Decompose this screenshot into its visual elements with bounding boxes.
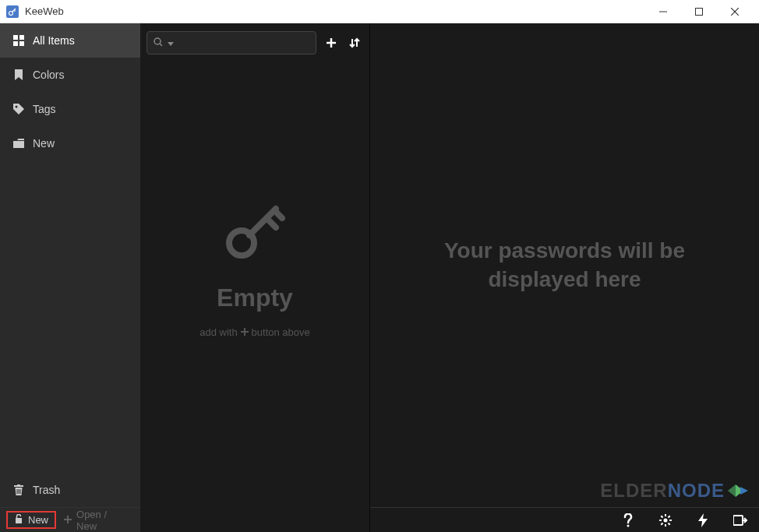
list-pane: Empty add with button above bbox=[140, 23, 370, 532]
window-title: KeeWeb bbox=[25, 5, 645, 17]
footer-bar-left: New Open / New bbox=[0, 507, 140, 532]
footer-tab-new[interactable]: New bbox=[6, 511, 56, 529]
add-entry-button[interactable] bbox=[323, 33, 340, 52]
svg-line-2 bbox=[14, 10, 16, 12]
svg-point-33 bbox=[664, 518, 668, 522]
sidebar-item-trash[interactable]: Trash bbox=[0, 473, 140, 507]
search-input-wrap[interactable] bbox=[147, 31, 316, 55]
sidebar-item-label: Trash bbox=[33, 484, 60, 496]
window-controls bbox=[645, 0, 753, 23]
footer-bar-right bbox=[370, 507, 759, 532]
footer-tab-label: New bbox=[28, 514, 48, 526]
key-icon bbox=[220, 195, 290, 268]
svg-rect-8 bbox=[19, 35, 24, 40]
plus-icon bbox=[64, 514, 72, 526]
search-input[interactable] bbox=[178, 35, 309, 51]
detail-pane: Your passwords will be displayed here EL… bbox=[370, 23, 759, 532]
lock-open-icon bbox=[14, 514, 23, 526]
svg-rect-17 bbox=[16, 518, 22, 523]
svg-rect-13 bbox=[17, 484, 20, 485]
maximize-button[interactable] bbox=[681, 0, 717, 23]
close-button[interactable] bbox=[717, 0, 753, 23]
svg-rect-12 bbox=[14, 485, 23, 487]
watermark-logo-icon bbox=[726, 479, 750, 502]
sidebar-item-colors[interactable]: Colors bbox=[0, 58, 140, 92]
search-bar bbox=[140, 23, 369, 62]
detail-empty-state: Your passwords will be displayed here bbox=[370, 23, 759, 507]
svg-line-21 bbox=[160, 44, 162, 46]
svg-line-41 bbox=[669, 516, 670, 517]
detail-message: Your passwords will be displayed here bbox=[394, 237, 736, 294]
chevron-down-icon[interactable] bbox=[168, 36, 174, 50]
settings-button[interactable] bbox=[656, 511, 675, 530]
trash-icon bbox=[12, 484, 25, 496]
svg-point-11 bbox=[16, 106, 18, 108]
generate-button[interactable] bbox=[694, 511, 712, 530]
help-button[interactable] bbox=[619, 511, 637, 530]
svg-line-28 bbox=[267, 218, 276, 227]
svg-line-39 bbox=[669, 523, 670, 524]
sort-button[interactable] bbox=[346, 33, 363, 52]
svg-rect-4 bbox=[696, 8, 703, 15]
tag-icon bbox=[12, 103, 25, 115]
svg-line-38 bbox=[661, 516, 662, 517]
footer-tab-label: Open / New bbox=[76, 509, 126, 532]
svg-rect-9 bbox=[13, 41, 18, 46]
empty-list-state: Empty add with button above bbox=[140, 62, 369, 532]
titlebar: KeeWeb bbox=[0, 0, 759, 23]
svg-line-40 bbox=[661, 523, 662, 524]
bookmark-icon bbox=[12, 69, 25, 81]
lock-button[interactable] bbox=[731, 511, 750, 530]
watermark: ELDERNODE bbox=[600, 479, 750, 502]
sidebar: All Items Colors Tags bbox=[0, 23, 140, 507]
sidebar-item-tags[interactable]: Tags bbox=[0, 92, 140, 126]
svg-line-29 bbox=[274, 210, 282, 218]
search-icon bbox=[154, 36, 163, 50]
footer-tab-open-new[interactable]: Open / New bbox=[56, 506, 134, 533]
sidebar-item-new[interactable]: New bbox=[0, 126, 140, 160]
plus-icon bbox=[241, 326, 249, 338]
svg-point-20 bbox=[154, 38, 161, 44]
folder-icon bbox=[12, 137, 25, 150]
sidebar-item-label: Tags bbox=[33, 103, 56, 115]
sidebar-item-label: Colors bbox=[33, 69, 64, 81]
svg-rect-7 bbox=[13, 35, 18, 40]
sidebar-item-label: New bbox=[33, 137, 55, 150]
app-container: All Items Colors Tags bbox=[0, 23, 759, 532]
app-icon bbox=[6, 5, 19, 18]
empty-hint: add with button above bbox=[199, 326, 310, 338]
svg-rect-10 bbox=[19, 41, 24, 46]
svg-point-32 bbox=[627, 524, 630, 527]
minimize-button[interactable] bbox=[645, 0, 681, 23]
sidebar-item-all-items[interactable]: All Items bbox=[0, 23, 140, 58]
grid-icon bbox=[12, 34, 25, 47]
svg-rect-42 bbox=[733, 516, 743, 525]
empty-title: Empty bbox=[217, 284, 293, 312]
sidebar-item-label: All Items bbox=[33, 34, 75, 47]
